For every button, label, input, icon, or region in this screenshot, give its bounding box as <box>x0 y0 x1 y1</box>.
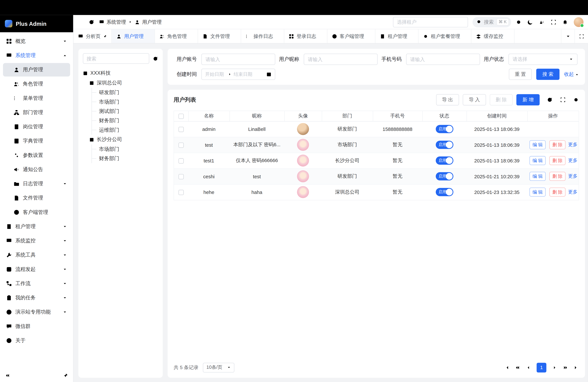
tree-node-branch[interactable]: 深圳总公司 <box>89 78 158 88</box>
row-checkbox[interactable] <box>179 190 184 195</box>
collapse-node-icon[interactable] <box>89 137 94 142</box>
global-search[interactable]: 搜索 ⌘ K <box>472 17 511 27</box>
delete-row-button[interactable]: 删 除 <box>549 172 566 181</box>
close-icon[interactable] <box>506 34 510 38</box>
delete-row-button[interactable]: 删 除 <box>549 188 566 197</box>
delete-row-button[interactable]: 删 除 <box>549 140 566 149</box>
more-button[interactable]: 更多 <box>568 189 577 195</box>
page-size-select[interactable]: 10条/页 <box>203 362 234 372</box>
current-page[interactable]: 1 <box>537 362 546 372</box>
more-button[interactable]: 更多 <box>568 142 577 147</box>
sidebar-item-tenant-mgmt[interactable]: 租户管理 <box>3 220 70 233</box>
pin-sidebar-icon[interactable] <box>63 373 68 378</box>
dark-mode-moon-icon[interactable] <box>527 19 533 25</box>
language-icon[interactable] <box>539 19 545 25</box>
sidebar-item-param-settings[interactable]: 参数设置 <box>3 149 70 162</box>
notifications-bell-icon[interactable] <box>562 19 568 25</box>
select-all-checkbox[interactable] <box>178 114 184 119</box>
date-range-picker[interactable]: 开始日期 结束日期 <box>201 69 275 80</box>
tree-leaf[interactable]: 市场部门 <box>92 97 158 106</box>
account-input[interactable] <box>201 54 275 65</box>
close-icon[interactable] <box>463 34 466 38</box>
tab-tenant-mgmt[interactable]: 租户管理 <box>375 29 419 43</box>
jump-back-icon[interactable] <box>515 365 520 370</box>
phone-input[interactable] <box>406 54 480 65</box>
sidebar-item-log-mgmt[interactable]: 日志管理 <box>3 177 70 191</box>
sidebar-item-demo-features[interactable]: 演示站专用功能 <box>3 305 70 319</box>
refresh-table-icon[interactable] <box>547 97 553 103</box>
tab-file-mgmt[interactable]: 文件管理 <box>198 29 241 43</box>
sidebar-item-wechat-group[interactable]: 微信群 <box>3 319 70 333</box>
tab-user-mgmt[interactable]: 用户管理 <box>112 29 155 43</box>
edit-button[interactable]: 编 辑 <box>529 156 546 165</box>
delete-row-button[interactable]: 删 除 <box>549 156 566 165</box>
row-checkbox[interactable] <box>179 143 184 148</box>
status-toggle[interactable]: 启用 <box>436 188 453 196</box>
pin-icon[interactable] <box>103 34 107 38</box>
sidebar-item-system[interactable]: 系统管理 <box>3 49 70 62</box>
sidebar-item-workflow[interactable]: 工作流 <box>3 277 70 290</box>
tree-leaf[interactable]: 财务部门 <box>92 116 158 125</box>
gear-icon[interactable] <box>516 19 522 25</box>
sidebar-item-post-mgmt[interactable]: 岗位管理 <box>3 120 70 134</box>
tab-analysis[interactable]: 分析页 <box>74 29 112 43</box>
nickname-input[interactable] <box>304 54 378 65</box>
sidebar-item-process-start[interactable]: 流程发起 <box>3 263 70 276</box>
refresh-page-icon[interactable] <box>88 19 95 25</box>
tab-login-log[interactable]: 登录日志 <box>284 29 327 43</box>
search-button[interactable]: 搜 索 <box>536 69 559 80</box>
tree-leaf[interactable]: 市场部门 <box>92 145 158 154</box>
first-page-icon[interactable] <box>504 365 509 370</box>
edit-button[interactable]: 编 辑 <box>529 172 546 181</box>
sidebar-item-about[interactable]: 关于 <box>3 334 70 347</box>
tree-search-input[interactable] <box>83 53 149 64</box>
user-avatar[interactable] <box>574 17 584 27</box>
close-icon[interactable] <box>367 34 370 38</box>
sidebar-item-overview[interactable]: 概览 <box>3 35 70 48</box>
last-page-icon[interactable] <box>574 365 579 370</box>
tree-leaf[interactable]: 运维部门 <box>92 125 158 135</box>
delete-button[interactable]: 删 除 <box>490 94 513 106</box>
sidebar-item-user-mgmt[interactable]: 用户管理 <box>3 63 70 77</box>
collapse-filters-link[interactable]: 收起 <box>564 71 579 78</box>
tree-node-branch[interactable]: 长沙分公司 <box>89 135 158 145</box>
row-checkbox[interactable] <box>179 174 184 179</box>
tab-role-mgmt[interactable]: 角色管理 <box>155 29 198 43</box>
prev-page-icon[interactable] <box>526 365 531 370</box>
tree-leaf[interactable]: 研发部门 <box>92 88 158 97</box>
tree-refresh-icon[interactable] <box>152 56 158 61</box>
tab-list-dropdown[interactable] <box>561 29 575 43</box>
close-icon[interactable] <box>232 34 236 38</box>
close-icon[interactable] <box>319 34 323 38</box>
status-select[interactable]: 请选择 <box>508 54 577 65</box>
edit-button[interactable]: 编 辑 <box>529 140 546 149</box>
status-toggle[interactable]: 启用 <box>436 156 453 165</box>
maximize-table-icon[interactable] <box>560 97 566 103</box>
tree-leaf[interactable]: 财务部门 <box>92 154 158 163</box>
breadcrumb-section[interactable]: 系统管理 <box>106 19 126 25</box>
tab-cache-monitor[interactable]: 缓存监控 <box>471 29 514 43</box>
close-icon[interactable] <box>146 34 150 38</box>
sidebar-item-dict-mgmt[interactable]: 字典管理 <box>3 134 70 148</box>
collapse-node-icon[interactable] <box>83 71 88 76</box>
sidebar-item-client-mgmt[interactable]: 客户端管理 <box>3 206 70 219</box>
edit-button[interactable]: 编 辑 <box>529 188 546 197</box>
row-checkbox[interactable] <box>179 127 184 132</box>
status-toggle[interactable]: 启用 <box>436 141 453 149</box>
tab-client-mgmt[interactable]: 客户端管理 <box>327 29 375 43</box>
sidebar-item-system-monitor[interactable]: 系统监控 <box>3 234 70 248</box>
close-icon[interactable] <box>410 34 414 38</box>
column-settings-icon[interactable] <box>573 97 579 103</box>
close-icon[interactable] <box>275 34 279 38</box>
next-page-icon[interactable] <box>552 365 557 370</box>
more-button[interactable]: 更多 <box>568 173 577 179</box>
tenant-select-input[interactable] <box>393 17 468 27</box>
tree-node-root[interactable]: XXX科技 <box>83 68 158 78</box>
reset-button[interactable]: 重 置 <box>509 69 532 80</box>
sidebar-item-my-tasks[interactable]: 我的任务 <box>3 291 70 305</box>
tab-fullscreen-toggle[interactable] <box>574 29 588 43</box>
tree-leaf[interactable]: 测试部门 <box>92 106 158 116</box>
jump-forward-icon[interactable] <box>563 365 568 370</box>
export-button[interactable]: 导 出 <box>436 94 459 106</box>
collapse-sidebar-icon[interactable] <box>5 373 10 378</box>
